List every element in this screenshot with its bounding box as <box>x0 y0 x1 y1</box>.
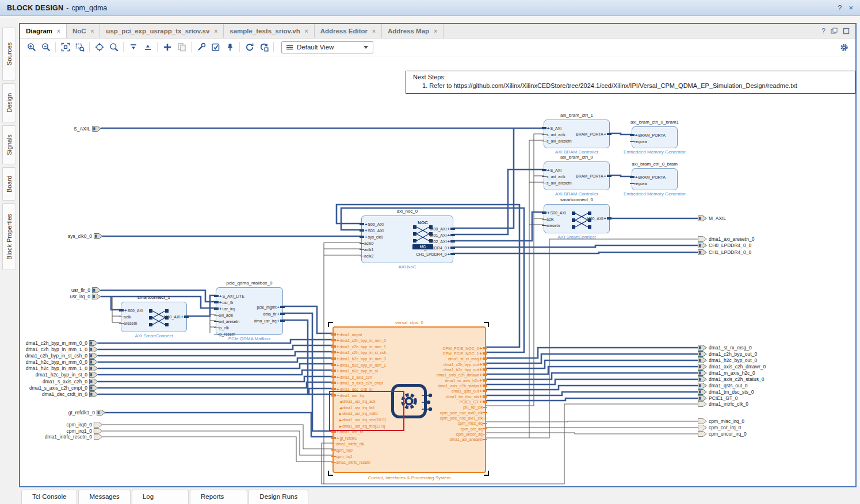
axi_noc_0-block[interactable]: axi_noc_0AXI NoCNOCMC+S00_AXI+S01_AXI+sy… <box>361 216 453 263</box>
wire[interactable] <box>98 340 332 343</box>
wire[interactable] <box>102 437 332 461</box>
tab-close-icon[interactable]: × <box>434 28 437 34</box>
versal_cips_0-port-dma1_tm_dsc_sts[interactable]: dma1_tm_dsc_sts+ <box>446 394 483 399</box>
wire[interactable] <box>486 392 698 395</box>
dma1_st_rx_msg_0-external-port[interactable]: dma1_st_rx_msg_0 <box>698 345 752 351</box>
tab-close-icon[interactable]: × <box>305 28 308 34</box>
smartconnect_1-port-aresetn[interactable]: aresetn <box>124 321 137 326</box>
versal_cips_0-port-dma1_h2c_byp_in_mm_1[interactable]: +dma1_h2c_byp_in_mm_1 <box>336 363 386 368</box>
pcie_qdma_mailbox_0-block[interactable]: pcie_qdma_mailbox_0PCIe QDMA Mailbox+S_A… <box>216 287 283 335</box>
sys_clk0_0-external-port[interactable]: sys_clk0_0 <box>68 233 103 239</box>
tab-usp-pci-exp-usrapp-tx-sriov[interactable]: usp_pci_exp_usrapp_tx_sriov.sv× <box>100 24 224 38</box>
wire[interactable] <box>98 352 332 356</box>
validate-design-icon[interactable] <box>209 41 222 54</box>
cpm_uncor_irq_0-external-port[interactable]: cpm_uncor_irq_0 <box>698 431 747 437</box>
tab-reports[interactable]: Reports <box>190 490 247 504</box>
axi_noc_0-port-S01_AXI[interactable]: +S01_AXI <box>364 228 384 233</box>
dma1_intrfc_clk_0-external-port[interactable]: dma1_intrfc_clk_0 <box>698 401 748 407</box>
axi_bram_ctrl_1-port-BRAM_PORTA[interactable]: BRAM_PORTA+ <box>576 132 607 137</box>
pcie_qdma_mailbox_0-port-axi_aresetn[interactable]: axi_aresetn <box>219 319 239 324</box>
CH1_LPDDR4_0_0-external-port[interactable]: CH1_LPDDR4_0_0 <box>698 249 751 255</box>
axi_noc_0-port-aclk0[interactable]: aclk0 <box>364 241 373 246</box>
axi_bram_ctrl_0_bram-port-regcea[interactable]: regcea <box>635 181 647 186</box>
zoom-in-icon[interactable] <box>25 41 38 54</box>
wire[interactable] <box>98 376 332 382</box>
axi_bram_ctrl_0_bram-block[interactable]: axi_bram_ctrl_0_bramEmbedded Memory Gene… <box>632 168 678 190</box>
maximize-window-icon[interactable] <box>843 28 850 34</box>
versal_cips_0-port-dma1_st_rx_msg[interactable]: dma1_st_rx_msg+ <box>448 356 483 361</box>
axi_bram_ctrl_0-port-BRAM_PORTA[interactable]: BRAM_PORTA+ <box>576 174 607 179</box>
sidebar-tab-board[interactable]: Board <box>2 167 16 201</box>
tab-design-runs[interactable]: Design Runs <box>249 490 308 504</box>
versal_cips_0-port-dma1_axis_c2h_dmawr[interactable]: dma1_axis_c2h_dmawr+ <box>437 372 483 378</box>
smartconnect_0-port-S00_AXI[interactable]: +S00_AXI <box>546 210 566 216</box>
dma1_h2c_byp_in_mm_0_0-external-port[interactable]: dma1_h2c_byp_in_mm_0_0 <box>26 359 98 365</box>
wire[interactable] <box>486 239 698 438</box>
zoom-out-icon[interactable] <box>39 41 52 54</box>
zoom-fit-icon[interactable] <box>59 41 72 54</box>
tab-log[interactable]: Log <box>132 490 189 504</box>
float-window-icon[interactable] <box>831 28 838 34</box>
axi_bram_ctrl_0_bram1-port-regcea[interactable]: regcea <box>635 139 647 144</box>
axi_bram_ctrl_0_bram-port-BRAM_PORTA[interactable]: +BRAM_PORTA <box>635 175 666 180</box>
dma1_axis_c2h_status_0-external-port[interactable]: dma1_axis_c2h_status_0 <box>698 376 764 382</box>
wire[interactable] <box>283 320 332 394</box>
versal_cips_0-port-CPM_PCIE_NOC_0[interactable]: CPM_PCIE_NOC_0+ <box>443 346 483 351</box>
versal_cips_0-port-dma1_s_axis_c2h[interactable]: +dma1_s_axis_c2h <box>336 375 372 380</box>
smartconnect_0-port-aresetn[interactable]: aresetn <box>546 223 560 228</box>
axi_bram_ctrl_1-port-s_axi_aclk[interactable]: s_axi_aclk <box>546 132 565 137</box>
tab-address-map[interactable]: Address Map× <box>382 24 444 38</box>
dma1_s_axis_c2h_0-external-port[interactable]: dma1_s_axis_c2h_0 <box>43 379 98 384</box>
pin-icon[interactable] <box>223 41 236 54</box>
tab-close-icon[interactable]: × <box>57 28 60 34</box>
pcie_qdma_mailbox_0-port-dma_usr_irq[interactable]: dma_usr_irq+ <box>254 318 280 324</box>
cpm_cor_irq_0-external-port[interactable]: cpm_cor_irq_0 <box>698 425 741 430</box>
tab-messages[interactable]: Messages <box>78 490 130 504</box>
axi_bram_ctrl_0-port-s_axi_aclk[interactable]: s_axi_aclk <box>546 174 565 179</box>
dma1_h2c_byp_in_mm_1_0-external-port[interactable]: dma1_h2c_byp_in_mm_1_0 <box>26 366 98 371</box>
wire[interactable] <box>486 421 698 422</box>
smartconnect_1-port-aclk[interactable]: aclk <box>124 314 131 320</box>
customize-icon[interactable] <box>194 41 208 54</box>
axi_noc_0-port-M01_AXI[interactable]: M01_AXI+ <box>430 233 450 238</box>
axi_bram_ctrl_1-port-s_axi_aresetn[interactable]: s_axi_aresetn <box>546 138 572 144</box>
view-selector-dropdown[interactable]: Default View <box>281 41 373 53</box>
tab-close-icon[interactable]: × <box>91 28 94 34</box>
smartconnect_0-block[interactable]: smartconnect_0AXI SmartConnect+S00_AXIac… <box>544 204 610 233</box>
tab-sample-tests-sriov[interactable]: sample_tests_sriov.vh× <box>224 24 314 38</box>
dma1_axis_c2h_dmawr_0-external-port[interactable]: dma1_axis_c2h_dmawr_0 <box>698 364 766 370</box>
axi_bram_ctrl_1-port-S_AXI[interactable]: +S_AXI <box>546 126 561 131</box>
dma1_tm_dsc_sts_0-external-port[interactable]: dma1_tm_dsc_sts_0 <box>698 389 754 395</box>
M_AXIL-external-port[interactable]: M_AXIL <box>698 216 726 221</box>
axi_bram_ctrl_0-port-s_axi_aresetn[interactable]: s_axi_aresetn <box>546 180 572 186</box>
versal_cips_0-port-pl0_ref_clk[interactable]: pl0_ref_clk <box>463 405 483 410</box>
wire[interactable] <box>486 134 544 406</box>
wire[interactable] <box>486 379 698 384</box>
dma1_h2c_byp_out_0-external-port[interactable]: dma1_h2c_byp_out_0 <box>698 357 757 363</box>
wire[interactable] <box>486 386 698 390</box>
versal_cips_0-port-dma1_h2c_byp_in_st[interactable]: +dma1_h2c_byp_in_st <box>336 368 378 374</box>
dma1_c2h_byp_in_st_csh_0-external-port[interactable]: dma1_c2h_byp_in_st_csh_0 <box>25 353 98 359</box>
diagram-canvas[interactable]: Next Steps: 1. Refer to https://github.c… <box>20 56 855 486</box>
help-icon[interactable]: ? <box>838 3 842 12</box>
axi_bram_ctrl_0-block[interactable]: axi_bram_ctrl_0AXI BRAM Controller+S_AXI… <box>544 161 610 190</box>
pcie_qdma_mailbox_0-port-ip_clk[interactable]: ip_clk <box>219 325 229 330</box>
tab-close-icon[interactable]: × <box>214 28 217 34</box>
dma1_m_axis_h2c_0-external-port[interactable]: dma1_m_axis_h2c_0 <box>698 370 755 376</box>
wire[interactable] <box>98 388 332 394</box>
versal_cips_0-port-cpm_irq0[interactable]: cpm_irq0 <box>336 448 353 453</box>
CH0_LPDDR4_0_0-external-port[interactable]: CH0_LPDDR4_0_0 <box>698 243 751 248</box>
smartconnect_1-port-S00_AXI[interactable]: +S00_AXI <box>124 308 143 313</box>
wire[interactable] <box>98 364 332 368</box>
wire[interactable] <box>610 133 632 134</box>
smartconnect_1-block[interactable]: smartconnect_1AXI SmartConnect+S00_AXIac… <box>121 302 187 332</box>
axi_bram_ctrl_0-port-S_AXI[interactable]: +S_AXI <box>546 168 561 173</box>
wire[interactable] <box>98 345 332 349</box>
regenerate-layout-icon[interactable] <box>257 41 270 54</box>
versal_cips_0-port-dma1_c2h_byp_in_st_csh[interactable]: +dma1_c2h_byp_in_st_csh <box>336 350 387 355</box>
close-icon[interactable]: × <box>848 3 853 12</box>
usr_irq_0-external-port[interactable]: usr_irq_0 <box>70 294 101 299</box>
sidebar-tab-sources[interactable]: Sources <box>2 28 16 80</box>
dma1_qsts_out_0-external-port[interactable]: dma1_qsts_out_0 <box>698 383 748 388</box>
dma1_c2h_byp_in_mm_1_0-external-port[interactable]: dma1_c2h_byp_in_mm_1_0 <box>26 347 98 352</box>
